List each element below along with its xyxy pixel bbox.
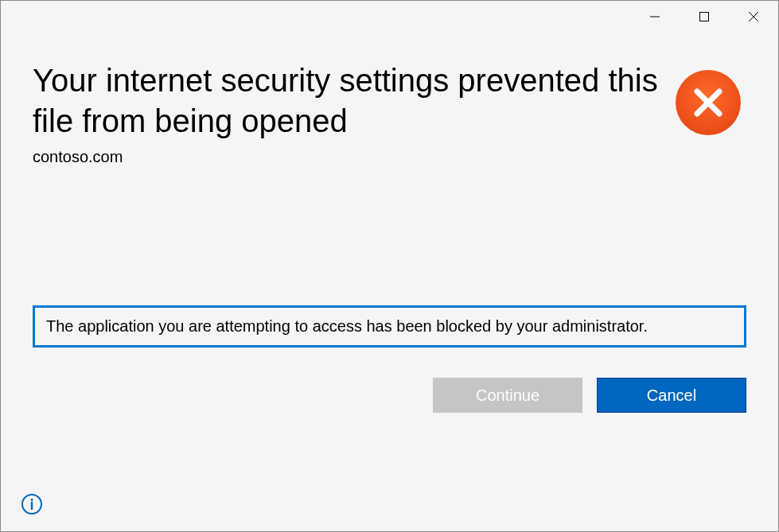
close-button[interactable]: [729, 1, 778, 33]
svg-rect-1: [700, 13, 709, 21]
close-icon: [748, 11, 759, 22]
continue-button[interactable]: Continue: [433, 378, 582, 413]
window-controls: [630, 1, 778, 33]
minimize-button[interactable]: [630, 1, 680, 33]
header-text: Your internet security settings prevente…: [33, 60, 658, 166]
info-icon[interactable]: [21, 493, 43, 515]
button-row: Continue Cancel: [33, 378, 746, 413]
dialog-content: Your internet security settings prevente…: [1, 33, 778, 413]
minimize-icon: [649, 11, 660, 22]
titlebar: [1, 1, 778, 33]
maximize-button[interactable]: [680, 1, 729, 33]
cancel-button[interactable]: Cancel: [597, 378, 746, 413]
header-row: Your internet security settings prevente…: [33, 60, 746, 166]
dialog-title: Your internet security settings prevente…: [33, 60, 658, 142]
error-icon: [674, 68, 742, 137]
dialog-subtitle: contoso.com: [33, 148, 658, 166]
svg-point-6: [31, 499, 33, 501]
message-text: The application you are attempting to ac…: [46, 317, 648, 335]
maximize-icon: [699, 11, 710, 22]
message-box: The application you are attempting to ac…: [33, 305, 746, 348]
